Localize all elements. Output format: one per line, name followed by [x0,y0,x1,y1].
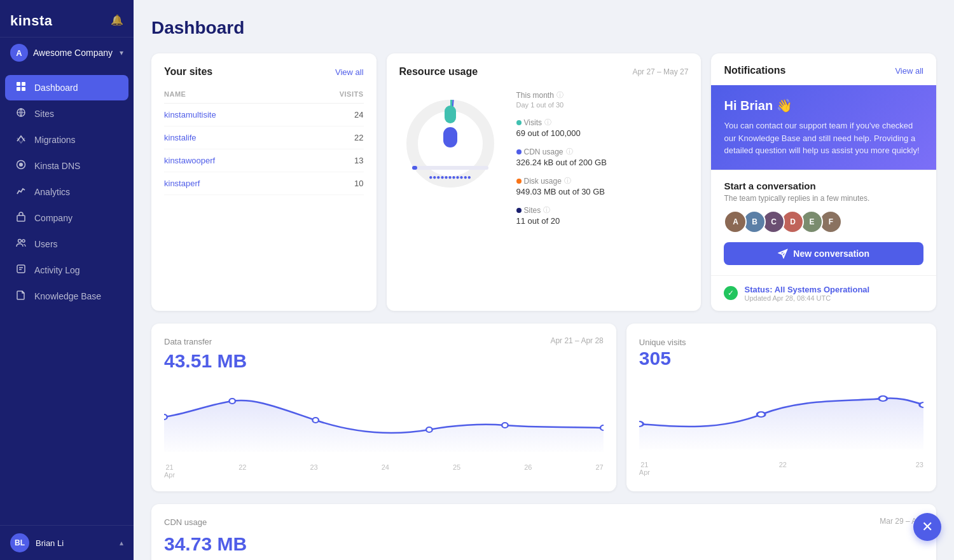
your-sites-card: Your sites View all NAME VISITS kinstamu… [151,53,377,311]
main-content: Dashboard Your sites View all NAME VISIT… [134,0,954,560]
site-link[interactable]: kinstawooperf [164,156,215,165]
sites-icon [15,107,27,120]
your-sites-view-all[interactable]: View all [335,67,364,77]
activity-log-icon [15,264,27,277]
sidebar-item-kinsta-dns[interactable]: Kinsta DNS [5,153,128,179]
sites-col-visits: VISITS [300,88,363,104]
svg-point-9 [18,240,22,243]
table-row: kinstamultisite 24 [164,104,364,126]
svg-point-19 [312,418,319,423]
site-visits: 13 [300,149,363,172]
notification-bell[interactable]: 🔔 [111,14,123,26]
svg-rect-3 [17,87,20,91]
table-row: kinstalife 22 [164,126,364,149]
resource-stats: This month ⓘ Day 1 out of 30 Visits ⓘ 69… [516,88,689,235]
cdn-usage-card: CDN usage Mar 29 – Apr 34.73 MB [151,504,936,561]
cdn-usage-label: CDN usage [164,517,207,527]
your-sites-title: Your sites [164,66,212,78]
stat-this-month: This month ⓘ Day 1 out of 30 [516,90,689,109]
disk-dot [516,179,522,184]
notifications-view-all[interactable]: View all [895,66,923,76]
svg-point-10 [22,240,25,242]
status-box: ✓ Status: All Systems Operational Update… [711,275,936,311]
uv-xaxis-label-3: 23 [916,461,923,476]
cdn-info-icon[interactable]: ⓘ [566,147,573,156]
svg-point-21 [502,423,508,428]
data-transfer-card: Data transfer Apr 21 – Apr 28 43.51 MB [151,324,616,491]
site-link[interactable]: kinstaperf [164,179,200,188]
sidebar-label-knowledge-base: Knowledge Base [34,291,101,301]
sidebar-item-activity-log[interactable]: Activity Log [5,257,128,283]
xaxis-label-3: 23 [310,463,317,479]
notifications-panel: Notifications View all Hi Brian 👋 You ca… [711,53,936,311]
data-transfer-chart [164,382,604,458]
stat-disk-value: 949.03 MB out of 30 GB [516,187,689,196]
sidebar-item-company[interactable]: Company [5,205,128,231]
sidebar-item-analytics[interactable]: Analytics [5,179,128,205]
this-month-info-icon[interactable]: ⓘ [556,90,563,100]
xaxis-label-6: 26 [524,463,532,479]
sidebar-label-sites: Sites [34,109,54,119]
svg-rect-8 [17,215,25,221]
company-selector[interactable]: A Awesome Company ▾ [0,38,134,68]
stat-cdn-label: CDN usage ⓘ [516,147,689,156]
sidebar-item-knowledge-base[interactable]: Knowledge Base [5,283,128,309]
sidebar-footer[interactable]: BL Brian Li ▴ [0,525,134,560]
sidebar-label-users: Users [34,239,58,249]
status-text: Status: All Systems Operational [744,285,869,294]
notifications-title: Notifications [724,65,785,76]
resource-usage-title: Resource usage [399,66,478,78]
svg-point-26 [920,402,923,407]
top-cards-row: Your sites View all NAME VISITS kinstamu… [151,53,936,311]
user-avatar: BL [10,533,29,552]
sidebar-label-kinsta-dns: Kinsta DNS [34,161,80,171]
resource-usage-card: Resource usage Apr 27 – May 27 [387,53,702,311]
xaxis-label-1: 21Apr [164,463,175,479]
site-visits: 22 [300,126,363,149]
svg-rect-2 [22,82,25,86]
users-icon [15,238,27,250]
site-link[interactable]: kinstamultisite [164,110,216,120]
stat-this-month-value: Day 1 out of 30 [516,101,689,109]
sidebar-label-migrations: Migrations [34,135,76,145]
svg-point-22 [600,425,604,430]
site-link[interactable]: kinstalife [164,133,197,142]
xaxis-label-5: 25 [453,463,460,479]
visits-dot [516,120,522,125]
resource-date-range: Apr 27 – May 27 [632,67,688,76]
disk-info-icon[interactable]: ⓘ [564,176,571,186]
sidebar-item-migrations[interactable]: Migrations [5,127,128,153]
stat-disk-label: Disk usage ⓘ [516,176,689,186]
svg-text:kinsta: kinsta [10,13,53,28]
svg-point-6 [19,163,23,167]
sidebar-item-users[interactable]: Users [5,231,128,257]
sidebar-label-analytics: Analytics [34,187,70,197]
sites-dot [516,208,522,213]
user-menu-chevron-icon: ▴ [120,538,123,547]
new-conversation-button[interactable]: New conversation [724,242,923,265]
svg-rect-11 [17,265,25,273]
sites-info-icon[interactable]: ⓘ [543,205,550,215]
xaxis-label-2: 22 [238,463,246,479]
analytics-icon [15,186,27,198]
sidebar-label-company: Company [34,213,73,223]
visits-info-icon[interactable]: ⓘ [544,118,551,127]
resource-body: ●●●●●●●●●●● This month ⓘ Day 1 out of 30 [399,88,689,235]
stat-visits: Visits ⓘ 69 out of 100,000 [516,118,689,138]
xaxis-label-7: 27 [595,463,603,479]
svg-point-17 [164,414,167,420]
sidebar-item-dashboard[interactable]: Dashboard [5,75,128,100]
company-avatar: A [10,44,28,62]
sidebar-item-sites[interactable]: Sites [5,101,128,126]
page-title: Dashboard [151,18,936,38]
stat-sites: Sites ⓘ 11 out of 20 [516,205,689,226]
conversation-box: Start a conversation The team typically … [711,170,936,275]
promo-text: You can contact our support team if you'… [724,120,923,157]
table-row: kinstawooperf 13 [164,149,364,172]
user-name: Brian Li [36,538,64,548]
sidebar-label-dashboard: Dashboard [34,83,78,93]
fab-close-button[interactable]: ✕ [913,513,941,541]
your-sites-header: Your sites View all [164,66,364,78]
conv-title: Start a conversation [724,181,923,191]
status-check-icon: ✓ [724,286,738,300]
